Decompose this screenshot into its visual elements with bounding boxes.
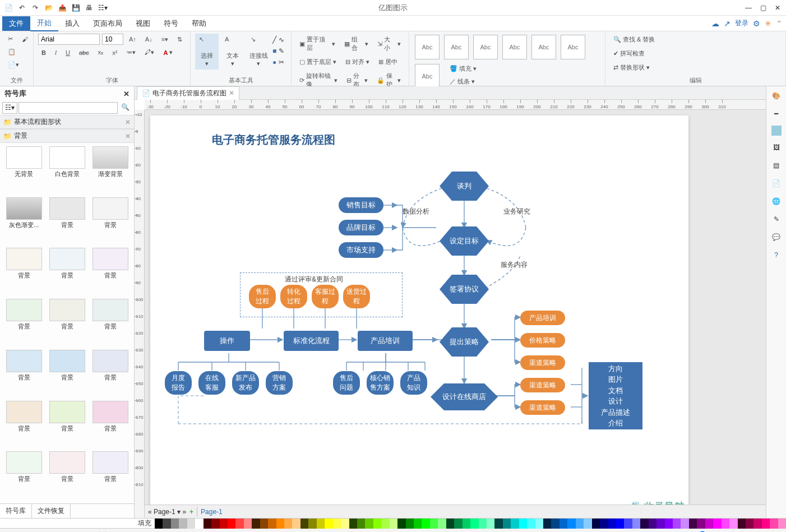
color-swatch[interactable] <box>681 519 688 529</box>
color-swatch[interactable] <box>494 519 502 529</box>
color-swatch[interactable] <box>673 519 681 529</box>
node-sales[interactable]: 销售目标 <box>339 197 383 213</box>
menu-tab-layout[interactable]: 页面布局 <box>86 16 129 31</box>
cut-button[interactable]: ✂ <box>4 34 16 44</box>
cloud-icon[interactable]: ☁ <box>711 19 719 28</box>
node-know[interactable]: 产品 知识 <box>400 371 427 395</box>
node-bigbox[interactable]: 方向 图片 文档 设计 产品描述 介绍 <box>589 362 642 429</box>
node-monthly[interactable]: 月度 报告 <box>165 371 192 395</box>
node-sign[interactable]: 签署协议 <box>440 275 489 304</box>
search-icon[interactable]: 🔍 <box>119 102 132 114</box>
node-design[interactable]: 设计在线商店 <box>431 383 498 410</box>
drawing-page[interactable]: 电子商务托管服务流程图 <box>150 115 688 505</box>
bg-thumb[interactable]: 背景 <box>47 197 87 246</box>
style-preset-4[interactable]: Abc <box>502 35 527 59</box>
paste-button[interactable]: 📄▾ <box>4 59 22 70</box>
color-swatch[interactable] <box>551 519 559 529</box>
bg-thumb[interactable]: 渐变背景 <box>90 146 131 195</box>
bg-thumb[interactable]: 背景 <box>90 248 131 297</box>
node-aftersale-process[interactable]: 售后 过程 <box>249 285 276 308</box>
bold-button[interactable]: B <box>38 48 49 58</box>
color-swatch[interactable] <box>519 519 527 529</box>
connector-tool-button[interactable]: ↘连接线▾ <box>247 34 270 70</box>
color-swatch[interactable] <box>187 519 195 529</box>
color-swatch[interactable] <box>390 519 397 529</box>
color-swatch[interactable] <box>260 519 268 529</box>
sidebar-tab-library[interactable]: 符号库 <box>0 504 32 518</box>
menu-tab-insert[interactable]: 插入 <box>58 16 86 31</box>
color-swatch[interactable] <box>729 519 737 529</box>
bg-thumb[interactable]: 背景 <box>47 451 87 500</box>
qat-undo-icon[interactable]: ↶ <box>16 2 28 14</box>
text-tool-button[interactable]: A文本▾ <box>221 34 244 70</box>
color-swatch[interactable] <box>624 519 632 529</box>
layer-panel-icon[interactable]: ▤ <box>770 159 783 172</box>
color-swatch[interactable] <box>446 519 454 529</box>
color-swatch[interactable] <box>535 519 543 529</box>
style-preset-7[interactable]: Abc <box>415 64 440 89</box>
node-channel2[interactable]: 渠道策略 <box>520 378 565 392</box>
node-brand[interactable]: 品牌目标 <box>339 220 383 235</box>
color-swatch[interactable] <box>284 519 292 529</box>
node-mkt[interactable]: 营销 方案 <box>266 371 293 395</box>
bg-thumb[interactable]: 背景 <box>3 248 44 297</box>
plugin-icon[interactable]: ✳ <box>765 19 771 28</box>
color-swatch[interactable] <box>349 519 357 529</box>
bg-thumb[interactable]: 背景 <box>3 401 44 450</box>
color-swatch[interactable] <box>365 519 373 529</box>
node-train[interactable]: 产品培训 <box>358 331 413 351</box>
curve-shape-icon[interactable]: ∿ <box>279 36 284 44</box>
category-close-icon[interactable]: ✕ <box>125 132 131 140</box>
color-swatch[interactable] <box>527 519 535 529</box>
style-preset-2[interactable]: Abc <box>444 35 469 59</box>
page-nav-dropdown[interactable]: « Page-1 ▾ » <box>148 508 186 516</box>
superscript-button[interactable]: x² <box>109 48 121 58</box>
color-swatch[interactable] <box>406 519 414 529</box>
color-swatch[interactable] <box>276 519 284 529</box>
color-swatch[interactable] <box>470 519 478 529</box>
minimize-button[interactable]: — <box>742 2 755 14</box>
color-swatch[interactable] <box>195 519 203 529</box>
bg-thumb[interactable]: 背景 <box>47 401 87 450</box>
increase-font-button[interactable]: A↑ <box>126 34 140 44</box>
node-market[interactable]: 市场支持 <box>339 242 383 258</box>
color-swatch[interactable] <box>746 519 753 529</box>
color-swatch[interactable] <box>308 519 316 529</box>
node-channel1[interactable]: 渠道策略 <box>520 355 565 370</box>
color-swatch[interactable] <box>179 519 187 529</box>
node-channel3[interactable]: 渠道策略 <box>520 400 565 415</box>
color-swatch[interactable] <box>381 519 389 529</box>
color-swatch[interactable] <box>511 519 519 529</box>
node-operate[interactable]: 操作 <box>204 331 250 351</box>
color-swatch[interactable] <box>697 519 705 529</box>
comment-panel-icon[interactable]: 💬 <box>770 231 783 243</box>
theme-icon[interactable]: 🎨 <box>770 90 783 102</box>
fill-panel-icon[interactable] <box>771 126 782 136</box>
line-shape-icon[interactable]: ╱ <box>272 36 276 44</box>
library-dropdown-icon[interactable]: ☷▾ <box>2 102 17 114</box>
bg-thumb[interactable]: 背景 <box>47 350 87 399</box>
node-setgoal[interactable]: 设定目标 <box>440 226 489 256</box>
color-swatch[interactable] <box>373 519 381 529</box>
color-swatch[interactable] <box>656 519 664 529</box>
category-background[interactable]: 📁 背景✕ <box>0 129 134 143</box>
sidebar-tab-recovery[interactable]: 文件恢复 <box>32 504 71 518</box>
color-swatch[interactable] <box>463 519 470 529</box>
category-basic-flowchart[interactable]: 📁 基本流程图形状✕ <box>0 115 134 129</box>
node-price[interactable]: 价格策略 <box>520 333 565 348</box>
share-icon[interactable]: ↗ <box>724 19 730 28</box>
color-swatch[interactable] <box>640 519 648 529</box>
help-panel-icon[interactable]: ? <box>770 249 783 261</box>
menu-tab-home[interactable]: 开始 <box>30 16 58 31</box>
qat-export-icon[interactable]: 📤 <box>56 2 68 14</box>
color-swatch[interactable] <box>454 519 462 529</box>
underline-button[interactable]: U <box>62 48 73 58</box>
bg-thumb[interactable]: 背景 <box>3 299 44 348</box>
menu-file[interactable]: 文件 <box>2 16 30 31</box>
color-swatch[interactable] <box>543 519 551 529</box>
select-tool-button[interactable]: ↖选择▾ <box>195 34 219 70</box>
line-style-button[interactable]: ／ 线条▾ <box>446 76 480 87</box>
node-negotiate[interactable]: 谈判 <box>440 172 489 201</box>
color-swatch[interactable] <box>616 519 624 529</box>
bullets-button[interactable]: ≔▾ <box>123 47 139 58</box>
